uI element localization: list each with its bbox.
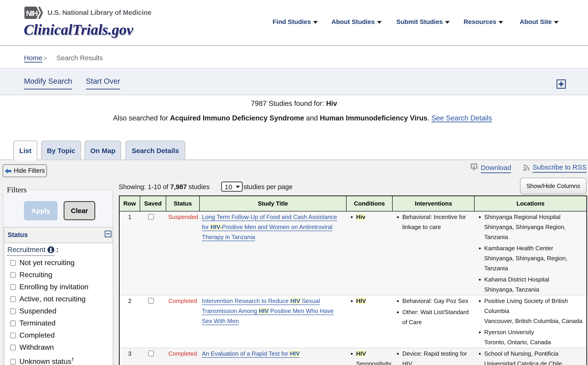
svg-text:NIH: NIH: [26, 9, 38, 18]
